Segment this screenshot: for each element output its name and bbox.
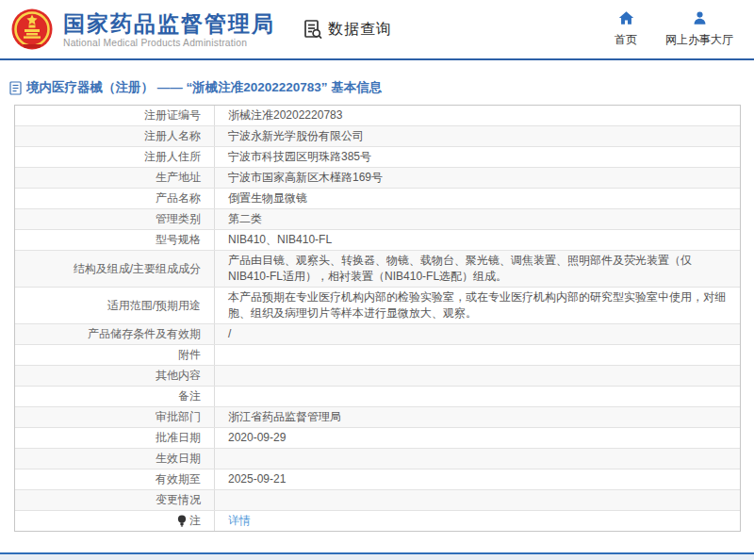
field-value	[215, 366, 740, 386]
field-value: 浙江省药品监督管理局	[215, 407, 740, 427]
field-label: 批准日期	[15, 428, 215, 448]
table-row: 结构及组成/主要组成成分产品由目镜、观察头、转换器、物镜、载物台、聚光镜、调焦装…	[15, 251, 740, 288]
field-label: 有效期至	[15, 469, 215, 489]
field-value	[215, 490, 740, 510]
table-row: 产品名称倒置生物显微镜	[15, 189, 740, 209]
page: 国家药品监督管理局 National Medical Products Admi…	[0, 0, 754, 560]
table-row: 审批部门浙江省药品监督管理局	[15, 407, 740, 428]
nav-online-hall-label: 网上办事大厅	[665, 32, 733, 48]
field-label: 适用范围/预期用途	[15, 288, 215, 323]
table-row: 变更情况	[15, 490, 740, 511]
table-row: 注册证编号浙械注准20202220783	[15, 106, 740, 126]
table-row: 适用范围/预期用途本产品预期在专业医疗机构内部的检验实验室，或在专业医疗机构内部…	[15, 288, 740, 324]
table-row: 注册人住所宁波市科技园区明珠路385号	[15, 147, 740, 168]
field-value: 宁波永新光学股份有限公司	[215, 126, 740, 146]
table-row: 产品储存条件及有效期/	[15, 324, 740, 345]
field-label: 生产地址	[15, 168, 215, 188]
field-label: 附件	[15, 345, 215, 365]
field-value	[215, 449, 740, 469]
field-value	[215, 345, 740, 365]
nav-home[interactable]: 首页	[615, 10, 637, 48]
field-value: 2025-09-21	[215, 469, 740, 489]
field-value: 产品由目镜、观察头、转换器、物镜、载物台、聚光镜、调焦装置、照明部件及荧光装置（…	[215, 251, 740, 287]
home-icon	[618, 10, 634, 29]
field-value: NIB410、NIB410-FL	[215, 230, 740, 250]
field-value: 本产品预期在专业医疗机构内部的检验实验室，或在专业医疗机构内部的研究型实验室中使…	[215, 288, 740, 323]
document-search-icon	[302, 18, 324, 41]
field-value: 宁波市国家高新区木槿路169号	[215, 168, 740, 188]
data-query-section[interactable]: 数据查询	[302, 18, 392, 41]
field-label: 结构及组成/主要组成成分	[15, 251, 215, 287]
table-row: 生产地址宁波市国家高新区木槿路169号	[15, 168, 740, 189]
data-query-label: 数据查询	[328, 20, 392, 40]
table-row: 管理类别第二类	[15, 209, 740, 230]
field-value: 第二类	[215, 209, 740, 229]
person-icon	[692, 10, 708, 29]
field-label: 审批部门	[15, 407, 215, 427]
org-name-cn: 国家药品监督管理局	[63, 11, 275, 36]
field-label: 其他内容	[15, 366, 215, 386]
footer-strip	[0, 552, 754, 560]
nav-online-hall[interactable]: 网上办事大厅	[665, 10, 733, 48]
table-row: 有效期至2025-09-21	[15, 469, 740, 490]
field-value: 详情	[215, 511, 740, 531]
field-value: 浙械注准20202220783	[215, 106, 740, 125]
org-title-block: 国家药品监督管理局 National Medical Products Admi…	[63, 11, 275, 48]
field-label: 管理类别	[15, 209, 215, 229]
table-row: 备注	[15, 387, 740, 407]
table-row: 注册人名称宁波永新光学股份有限公司	[15, 126, 740, 147]
field-label: 注册人住所	[15, 147, 215, 167]
field-label: 生效日期	[15, 449, 215, 469]
nav-home-label: 首页	[615, 32, 637, 48]
info-table: 注册证编号浙械注准20202220783注册人名称宁波永新光学股份有限公司注册人…	[14, 105, 741, 532]
national-emblem-logo	[9, 7, 55, 52]
field-value: /	[215, 324, 740, 344]
field-label: 型号规格	[15, 230, 215, 250]
field-label: 变更情况	[15, 490, 215, 510]
field-label: 产品储存条件及有效期	[15, 324, 215, 344]
table-row: 型号规格NIB410、NIB410-FL	[15, 230, 740, 251]
field-label: 注册人名称	[15, 126, 215, 146]
table-row: 生效日期	[15, 449, 740, 469]
field-label: 产品名称	[15, 189, 215, 208]
field-label: 注册证编号	[15, 106, 215, 125]
header-nav: 首页 网上办事大厅	[615, 10, 733, 48]
org-name-en: National Medical Products Administration	[63, 38, 275, 48]
page-title: 境内医疗器械（注册） —— “浙械注准20202220783” 基本信息	[26, 79, 382, 96]
document-icon	[9, 81, 22, 95]
table-row: 注详情	[15, 511, 740, 531]
field-value: 倒置生物显微镜	[215, 189, 740, 208]
table-row: 批准日期2020-09-29	[15, 428, 740, 449]
detail-link[interactable]: 详情	[228, 513, 251, 529]
table-row: 附件	[15, 345, 740, 366]
field-label: 备注	[15, 387, 215, 406]
lightbulb-note-icon	[177, 515, 187, 527]
breadcrumb: 境内医疗器械（注册） —— “浙械注准20202220783” 基本信息	[9, 79, 754, 96]
field-value: 2020-09-29	[215, 428, 740, 448]
field-value: 宁波市科技园区明珠路385号	[215, 147, 740, 167]
field-label: 注	[15, 511, 215, 531]
site-header: 国家药品监督管理局 National Medical Products Admi…	[0, 0, 754, 60]
table-row: 其他内容	[15, 366, 740, 387]
field-value	[215, 387, 740, 406]
